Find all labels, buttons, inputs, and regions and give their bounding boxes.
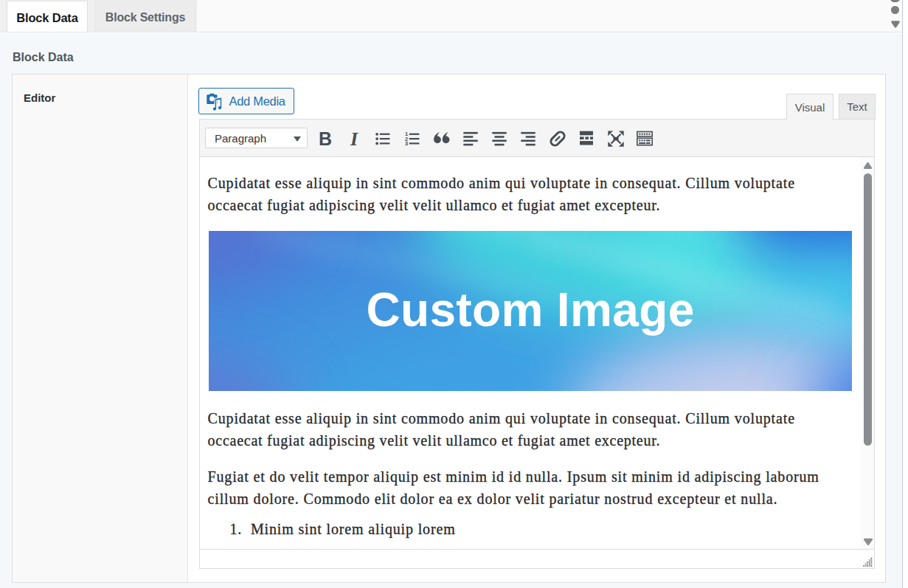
svg-text:B: B: [318, 129, 331, 148]
svg-text:I: I: [350, 129, 358, 148]
svg-text:3: 3: [405, 140, 408, 147]
